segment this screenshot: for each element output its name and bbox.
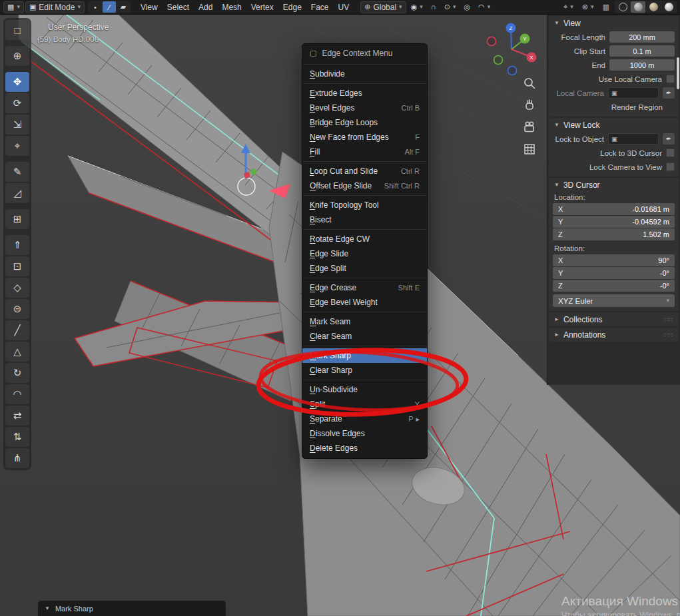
transform-orientation-dropdown[interactable]: ⊕ Global ▾ — [360, 1, 406, 13]
menu-item-mark-sharp[interactable]: Mark Sharp — [302, 348, 427, 363]
3d-cursor-panel-header[interactable]: ▼ 3D Cursor — [549, 178, 679, 192]
tool-bevel[interactable]: ◇ — [5, 278, 29, 298]
focal-length-field[interactable]: 200 mm — [609, 31, 675, 43]
shading-material-button[interactable] — [646, 1, 661, 13]
menu-item-edge-split[interactable]: Edge Split — [302, 261, 427, 276]
show-gizmo-toggle[interactable]: ⌖ ▾ — [560, 1, 577, 13]
operator-panel[interactable]: ▼ Mark Sharp — [38, 601, 226, 616]
pan-button[interactable] — [521, 97, 538, 114]
tool-annotate[interactable]: ✎ — [5, 162, 29, 182]
axis-neg-y-ball[interactable] — [494, 56, 503, 65]
menu-item-delete-edges[interactable]: Delete Edges — [302, 441, 427, 456]
shading-solid-button[interactable] — [631, 1, 645, 13]
tool-rotate[interactable]: ⟳ — [5, 93, 29, 113]
menu-item-knife-topology-tool[interactable]: Knife Topology Tool — [302, 198, 427, 212]
menu-item-mark-seam[interactable]: Mark Seam — [302, 314, 427, 329]
clip-start-field[interactable]: 0.1 m — [609, 45, 675, 57]
collections-panel-header[interactable]: ► Collections ∷∷ — [549, 312, 679, 326]
show-overlays-toggle[interactable]: ⊚ ▾ — [579, 1, 597, 13]
face-select-button[interactable]: ▰ — [117, 1, 130, 13]
cursor-location-y-field[interactable]: Y -0.04592 m — [553, 216, 675, 228]
menu-item-un-subdivide[interactable]: Un-Subdivide — [302, 382, 427, 397]
tool-cursor[interactable]: ⊕ — [5, 46, 29, 66]
toggle-xray-button[interactable]: ▥ — [599, 1, 613, 13]
sidebar-scrollbar[interactable] — [677, 57, 679, 89]
edge-select-button[interactable]: ∕ — [103, 1, 116, 13]
shading-rendered-button[interactable] — [661, 1, 676, 13]
menu-item-separate[interactable]: SeparateP▸ — [302, 412, 427, 426]
menu-select[interactable]: Select — [163, 1, 194, 13]
panel-grip-icon[interactable]: ∷∷ — [665, 332, 673, 338]
eyedropper-button[interactable]: ✒ — [663, 87, 675, 99]
panel-grip-icon[interactable]: ∷∷ — [665, 316, 673, 323]
camera-view-button[interactable] — [521, 119, 538, 136]
tool-edge-slide[interactable]: ⇄ — [5, 406, 29, 426]
menu-face[interactable]: Face — [306, 1, 334, 13]
menu-item-edge-crease[interactable]: Edge CreaseShift E — [302, 280, 427, 295]
proportional-editing-toggle[interactable]: ◎ — [460, 1, 474, 13]
cursor-location-x-field[interactable]: X -0.01681 m — [553, 203, 675, 215]
tool-knife[interactable]: ╱ — [5, 320, 29, 340]
menu-item-edge-slide[interactable]: Edge Slide — [302, 246, 427, 261]
menu-vertex[interactable]: Vertex — [246, 1, 278, 13]
menu-item-rotate-edge-cw[interactable]: Rotate Edge CW — [302, 232, 427, 246]
annotations-panel-header[interactable]: ► Annotations ∷∷ — [549, 328, 679, 342]
cursor-location-z-field[interactable]: Z 1.502 m — [553, 228, 675, 240]
menu-item-bisect[interactable]: Bisect — [302, 212, 427, 227]
menu-item-dissolve-edges[interactable]: Dissolve Edges — [302, 426, 427, 441]
navigation-gizmo[interactable]: Z Y X — [481, 20, 545, 81]
tool-rip-region[interactable]: ⋔ — [5, 448, 29, 468]
menu-item-new-face-from-edges[interactable]: New Face from EdgesF — [302, 130, 427, 145]
lock-to-3d-cursor-checkbox[interactable] — [666, 149, 675, 157]
menu-item-edge-bevel-weight[interactable]: Edge Bevel Weight — [302, 295, 427, 310]
tool-inset-faces[interactable]: ⊡ — [5, 256, 29, 276]
zoom-button[interactable] — [521, 75, 538, 92]
tool-extrude-region[interactable]: ⇑ — [5, 235, 29, 255]
tool-poly-build[interactable]: △ — [5, 342, 29, 362]
menu-item-clear-seam[interactable]: Clear Seam — [302, 329, 427, 344]
tool-shrink-fatten[interactable]: ⇅ — [5, 427, 29, 447]
menu-item-offset-edge-slide[interactable]: Offset Edge SlideShift Ctrl R — [302, 178, 427, 193]
mode-selector[interactable]: ▣ Edit Mode ▾ — [25, 1, 85, 13]
use-local-camera-checkbox[interactable] — [666, 75, 675, 83]
cursor-rotation-x-field[interactable]: X 90° — [553, 254, 675, 266]
axis-neg-x-ball[interactable] — [488, 37, 496, 46]
local-camera-field[interactable]: ▣ — [608, 87, 659, 99]
tool-scale[interactable]: ⇲ — [5, 115, 29, 135]
tool-measure[interactable]: ◿ — [5, 183, 29, 203]
menu-item-split[interactable]: SplitY — [302, 397, 427, 412]
menu-item-loop-cut-and-slide[interactable]: Loop Cut and SlideCtrl R — [302, 164, 427, 178]
tool-spin[interactable]: ↻ — [5, 363, 29, 383]
tool-select-box[interactable]: □ — [5, 20, 29, 40]
menu-edge[interactable]: Edge — [278, 1, 306, 13]
snap-settings-dropdown[interactable]: ⊙ ▾ — [441, 1, 460, 13]
tool-transform[interactable]: ⌖ — [5, 136, 29, 156]
editor-type-button[interactable]: ▦ ▾ — [3, 1, 24, 13]
view-lock-panel-header[interactable]: ▼ View Lock — [549, 118, 679, 132]
menu-item-bevel-edges[interactable]: Bevel EdgesCtrl B — [302, 101, 427, 115]
tool-loop-cut[interactable]: ⊜ — [5, 299, 29, 319]
pivot-point-dropdown[interactable]: ◉ ▾ — [408, 1, 426, 13]
eyedropper-button[interactable]: ✒ — [663, 133, 675, 145]
menu-mesh[interactable]: Mesh — [217, 1, 246, 13]
menu-uv[interactable]: UV — [334, 1, 354, 13]
lock-camera-to-view-checkbox[interactable] — [666, 162, 675, 171]
clip-end-field[interactable]: 1000 m — [609, 59, 675, 71]
view-panel-header[interactable]: ▼ View — [549, 16, 679, 30]
render-region-row[interactable]: Render Region — [549, 100, 679, 114]
menu-add[interactable]: Add — [194, 1, 217, 13]
collapse-triangle-icon[interactable]: ▼ — [45, 605, 50, 611]
shading-wireframe-button[interactable] — [615, 1, 630, 13]
menu-view[interactable]: View — [136, 1, 163, 13]
axis-neg-z-ball[interactable] — [508, 67, 517, 75]
lock-to-object-field[interactable]: ▣ — [608, 133, 659, 145]
tool-move[interactable]: ✥ — [5, 72, 29, 92]
menu-item-clear-sharp[interactable]: Clear Sharp — [302, 363, 427, 378]
tool-add-cube[interactable]: ⊞ — [5, 209, 29, 229]
menu-item-extrude-edges[interactable]: Extrude Edges — [302, 86, 427, 101]
vertex-select-button[interactable]: • — [89, 1, 102, 13]
cursor-rotation-z-field[interactable]: Z -0° — [553, 280, 675, 292]
rotation-mode-dropdown[interactable]: XYZ Euler ▾ — [553, 294, 675, 307]
proportional-falloff-dropdown[interactable]: ◠ ▾ — [475, 1, 494, 13]
cursor-rotation-y-field[interactable]: Y -0° — [553, 267, 675, 279]
